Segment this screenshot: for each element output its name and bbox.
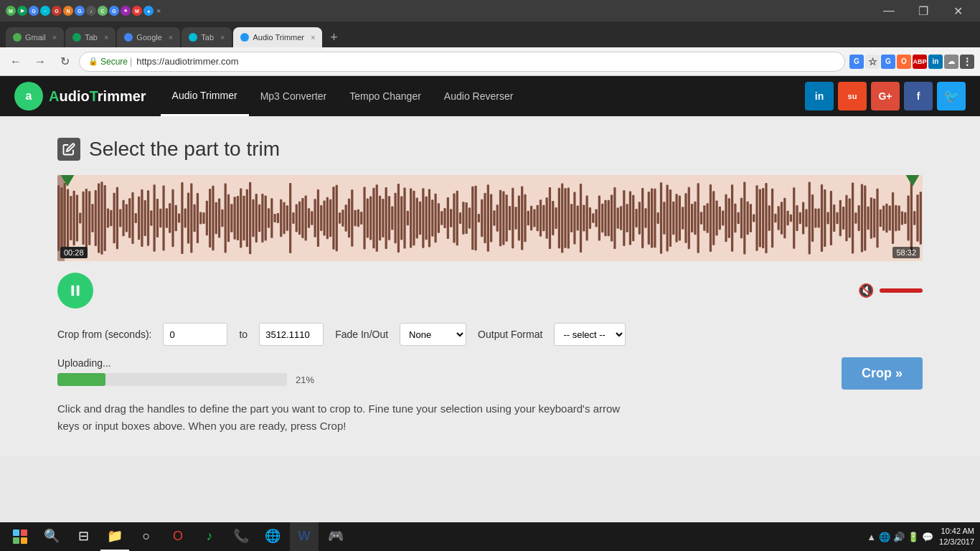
taskbar-opera[interactable]: O: [164, 522, 192, 551]
url-bar[interactable]: 🔒 Secure | https://audiotrimmer.com: [79, 52, 845, 72]
social-facebook-button[interactable]: f: [904, 82, 933, 110]
svg-rect-152: [527, 211, 529, 226]
tab-favicon-8: ♪: [86, 6, 96, 16]
page-title: Select the part to trim: [89, 138, 280, 161]
nav-audio-reverser[interactable]: Audio Reverser: [433, 77, 525, 115]
taskbar-search[interactable]: 🔍: [37, 522, 66, 551]
svg-rect-161: [555, 207, 557, 229]
new-tab-button[interactable]: +: [324, 27, 344, 47]
svg-rect-41: [184, 208, 187, 227]
tab-4[interactable]: Tab×: [182, 27, 232, 47]
crop-button[interactable]: Crop »: [842, 357, 923, 390]
taskbar-explorer[interactable]: 📁: [100, 522, 129, 551]
waveform-container[interactable]: 00:28 58:32: [57, 175, 923, 261]
svg-rect-188: [639, 202, 641, 234]
tab-2[interactable]: Tab×: [65, 27, 116, 47]
svg-rect-6: [76, 195, 78, 242]
svg-rect-42: [187, 193, 189, 244]
taskbar-game[interactable]: 🎮: [321, 522, 350, 551]
svg-rect-131: [462, 202, 464, 235]
taskbar-word[interactable]: W: [290, 522, 319, 551]
ext-icon-4[interactable]: in: [928, 55, 943, 69]
logo-text: AudioTrimmer: [49, 88, 146, 105]
tab-1[interactable]: Gmail×: [6, 27, 64, 47]
tray-volume[interactable]: 🔊: [893, 532, 905, 542]
svg-rect-256: [849, 199, 851, 238]
svg-rect-25: [135, 213, 137, 223]
ext-icon-2[interactable]: O: [897, 55, 911, 69]
svg-rect-63: [252, 199, 254, 237]
svg-rect-153: [530, 206, 532, 231]
fade-select[interactable]: None Fade In Fade Out Both: [400, 323, 466, 346]
volume-bar[interactable]: [880, 288, 923, 293]
svg-rect-187: [635, 209, 637, 227]
tray-battery[interactable]: 🔋: [908, 532, 919, 542]
svg-rect-160: [552, 201, 554, 235]
reload-button[interactable]: ↻: [55, 52, 75, 72]
svg-rect-203: [684, 193, 687, 243]
nav-audio-trimmer[interactable]: Audio Trimmer: [161, 77, 249, 116]
minimize-button[interactable]: —: [872, 0, 905, 22]
svg-rect-44: [194, 204, 196, 232]
svg-rect-138: [484, 193, 486, 243]
taskbar-viber[interactable]: 📞: [227, 522, 255, 551]
svg-rect-49: [209, 189, 211, 248]
play-pause-button[interactable]: [57, 273, 93, 309]
ext-icon-chrome[interactable]: G: [881, 55, 895, 69]
tray-arrow[interactable]: ▲: [867, 532, 876, 542]
tab-favicon-12: M: [132, 6, 142, 16]
bookmark-icon[interactable]: ☆: [865, 55, 880, 69]
taskbar-chrome[interactable]: 🌐: [258, 522, 287, 551]
svg-rect-79: [301, 198, 303, 238]
social-twitter-button[interactable]: 🐦: [937, 82, 966, 110]
svg-rect-102: [372, 188, 374, 248]
output-format-select[interactable]: -- select -- mp3 wav ogg flac: [554, 323, 626, 346]
svg-rect-110: [397, 184, 400, 253]
tab-favicon-5: G: [52, 6, 62, 16]
taskbar-spotify[interactable]: ♪: [195, 522, 224, 551]
svg-rect-150: [521, 186, 523, 250]
svg-rect-216: [725, 194, 727, 242]
forward-button[interactable]: →: [30, 52, 50, 72]
taskbar-cortana[interactable]: ○: [132, 522, 161, 551]
waveform-left-handle[interactable]: [57, 175, 77, 187]
svg-rect-27: [141, 189, 143, 247]
start-button[interactable]: [6, 525, 34, 548]
window-controls[interactable]: — ❐ ✕: [872, 0, 974, 22]
svg-rect-271: [895, 205, 897, 231]
waveform-right-handle[interactable]: [903, 175, 923, 187]
social-googleplus-button[interactable]: G+: [871, 82, 900, 110]
svg-rect-9: [85, 189, 88, 248]
nav-mp3-converter[interactable]: Mp3 Converter: [249, 77, 339, 115]
tab-3[interactable]: Google×: [117, 27, 180, 47]
taskbar-task-view[interactable]: ⊟: [69, 522, 98, 551]
time-left-label: 00:28: [60, 247, 88, 258]
tray-network[interactable]: 🌐: [879, 532, 890, 542]
tab-favicon-9: C: [98, 6, 108, 16]
svg-rect-88: [329, 199, 331, 237]
svg-rect-177: [604, 200, 606, 237]
svg-rect-254: [842, 207, 844, 230]
ext-icon-3[interactable]: ABP: [913, 55, 927, 69]
ext-icon-5[interactable]: ☁: [944, 55, 958, 69]
tray-notification[interactable]: 💬: [922, 532, 933, 542]
social-linkedin-button[interactable]: in: [805, 82, 834, 110]
ext-icon-1[interactable]: G: [849, 55, 864, 69]
tab-active[interactable]: Audio Trimmer×: [233, 27, 322, 47]
svg-rect-93: [345, 204, 347, 231]
menu-icon[interactable]: ⋮: [960, 55, 974, 69]
social-stumbleupon-button[interactable]: su: [838, 82, 867, 110]
close-button[interactable]: ✕: [941, 0, 974, 22]
svg-rect-90: [336, 185, 338, 252]
svg-rect-221: [740, 198, 743, 239]
tab-overflow: ×: [156, 6, 161, 15]
crop-to-input[interactable]: [259, 323, 324, 346]
crop-from-input[interactable]: [163, 323, 227, 346]
svg-rect-210: [707, 203, 709, 232]
svg-rect-60: [242, 196, 245, 241]
address-text: https://audiotrimmer.com: [136, 56, 238, 67]
svg-rect-122: [434, 194, 436, 243]
nav-tempo-changer[interactable]: Tempo Changer: [338, 77, 433, 115]
maximize-button[interactable]: ❐: [907, 0, 940, 22]
back-button[interactable]: ←: [6, 52, 26, 72]
